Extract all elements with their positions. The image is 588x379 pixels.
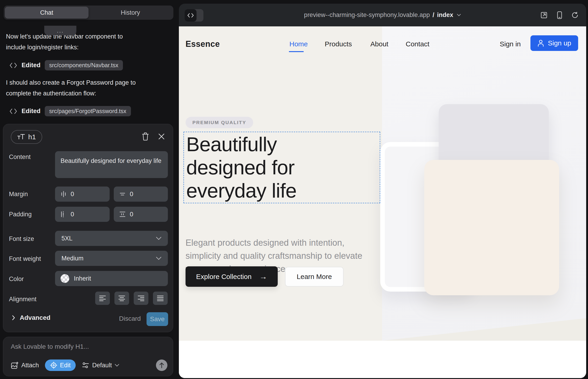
edited-file-badge[interactable]: src/components/Navbar.tsx (45, 60, 123, 70)
padding-vertical-input[interactable]: 0 (114, 207, 168, 222)
arrow-right-icon: → (259, 272, 267, 281)
chevron-down-icon (156, 257, 161, 260)
delete-element-button[interactable] (140, 131, 150, 142)
url-bar[interactable]: preview--charming-site-symphony.lovable.… (179, 4, 586, 26)
nav-about[interactable]: About (370, 40, 388, 48)
edit-mode-button[interactable]: Edit (45, 360, 76, 371)
padding-horizontal-input[interactable]: 0 (55, 207, 110, 222)
chevron-right-icon (12, 315, 15, 320)
chevron-down-icon (156, 237, 161, 240)
selected-tag-label: h1 (28, 133, 36, 141)
padding-vertical-value: 0 (130, 211, 133, 218)
refresh-icon[interactable] (572, 12, 578, 19)
align-right-button[interactable] (134, 292, 148, 305)
alignment-label: Alignment (9, 296, 36, 303)
sign-up-label: Sign up (548, 39, 571, 47)
close-panel-icon[interactable] (156, 131, 167, 142)
edited-file-badge[interactable]: src/pages/ForgotPassword.tsx (45, 106, 131, 116)
align-justify-button[interactable] (153, 292, 168, 305)
chat-message: I should also create a Forgot Password p… (6, 77, 157, 99)
nav-products[interactable]: Products (325, 40, 352, 48)
discard-button[interactable]: Discard (119, 315, 141, 322)
chevron-down-icon (115, 364, 119, 367)
user-icon (537, 39, 544, 47)
site-logo[interactable]: Essence (186, 39, 220, 49)
attach-label: Attach (21, 362, 39, 369)
browser-actions (540, 4, 578, 26)
send-button[interactable] (156, 360, 167, 371)
font-size-label: Font size (9, 235, 34, 242)
url-page: index (437, 12, 453, 19)
font-weight-value: Medium (62, 255, 83, 262)
nav-home[interactable]: Home (289, 40, 308, 48)
padding-horizontal-value: 0 (71, 211, 74, 218)
margin-horizontal-input[interactable]: 0 (55, 187, 110, 202)
site-preview: Essence Home Products About Contact Sign… (179, 26, 586, 378)
nav-home-underline (289, 51, 304, 52)
chevron-down-icon[interactable] (457, 14, 461, 16)
color-label: Color (9, 276, 24, 283)
hero-heading-line: everyday life (186, 179, 296, 202)
edited-file-row[interactable]: Edited src/components/Navbar.tsx (9, 60, 123, 70)
hero-heading-line: designed for (186, 156, 296, 179)
mobile-view-icon[interactable] (557, 11, 562, 19)
premium-quality-badge: PREMIUM QUALITY (186, 117, 253, 128)
type-icon (17, 134, 25, 141)
attach-button[interactable]: Attach (11, 361, 39, 369)
url-separator: / (433, 12, 434, 19)
margin-vertical-input[interactable]: 0 (114, 187, 168, 202)
composer-input[interactable] (11, 343, 162, 350)
sidebar-tabbar: Chat History (4, 5, 173, 20)
code-icon (9, 62, 17, 69)
learn-more-button[interactable]: Learn More (285, 267, 343, 286)
tab-chat[interactable]: Chat (5, 7, 89, 19)
padding-label: Padding (9, 211, 32, 218)
explore-collection-label: Explore Collection (196, 273, 252, 281)
explore-collection-button[interactable]: Explore Collection → (186, 266, 278, 287)
composer: Attach Edit Default (3, 337, 173, 376)
sliders-icon (82, 362, 90, 369)
hero-heading[interactable]: Beautifully designed for everyday life (186, 133, 296, 202)
next-section-background (179, 341, 586, 378)
margin-horizontal-icon (60, 190, 67, 198)
code-icon (9, 108, 17, 114)
alignment-group (95, 292, 168, 305)
color-value: Inherit (74, 275, 91, 282)
content-textarea[interactable]: Beautifully designed for everyday life (55, 151, 168, 178)
selected-h1-outline[interactable]: Beautifully designed for everyday life (184, 132, 380, 203)
padding-vertical-icon (119, 211, 126, 218)
save-button[interactable]: Save (147, 312, 168, 326)
color-select[interactable]: Inherit (55, 271, 168, 286)
tab-history[interactable]: History (89, 7, 172, 19)
font-size-select[interactable]: 5XL (55, 231, 168, 246)
edited-file-row[interactable]: Edited src/pages/ForgotPassword.tsx (9, 106, 131, 116)
default-label: Default (92, 362, 112, 369)
margin-vertical-icon (119, 191, 126, 198)
lovable-workspace: ... Chat History Now let's update the Na… (0, 0, 588, 379)
margin-label: Margin (9, 191, 28, 198)
edited-label: Edited (22, 62, 41, 69)
advanced-toggle[interactable]: Advanced (12, 314, 50, 321)
hero-decor-card-cream (424, 160, 559, 295)
target-icon (50, 362, 57, 369)
browser-chrome: preview--charming-site-symphony.lovable.… (179, 4, 586, 26)
open-external-icon[interactable] (540, 12, 548, 19)
url-domain: preview--charming-site-symphony.lovable.… (304, 12, 430, 19)
advanced-label: Advanced (20, 314, 50, 321)
attach-image-icon (11, 361, 19, 369)
margin-horizontal-value: 0 (71, 191, 74, 198)
margin-vertical-value: 0 (130, 191, 133, 198)
sign-in-link[interactable]: Sign in (500, 40, 521, 48)
align-center-button[interactable] (114, 292, 129, 305)
align-left-button[interactable] (95, 292, 110, 305)
default-mode-button[interactable]: Default (82, 362, 119, 369)
font-weight-select[interactable]: Medium (55, 251, 168, 266)
sign-up-button[interactable]: Sign up (530, 35, 578, 51)
selected-tag-pill[interactable]: h1 (11, 130, 42, 144)
hero-heading-line: Beautifully (186, 133, 296, 156)
edit-label: Edit (60, 362, 71, 369)
font-size-value: 5XL (62, 235, 73, 242)
nav-contact[interactable]: Contact (406, 40, 429, 48)
color-swatch-transparent (61, 274, 69, 283)
truncated-message-pill: ... (44, 26, 76, 35)
